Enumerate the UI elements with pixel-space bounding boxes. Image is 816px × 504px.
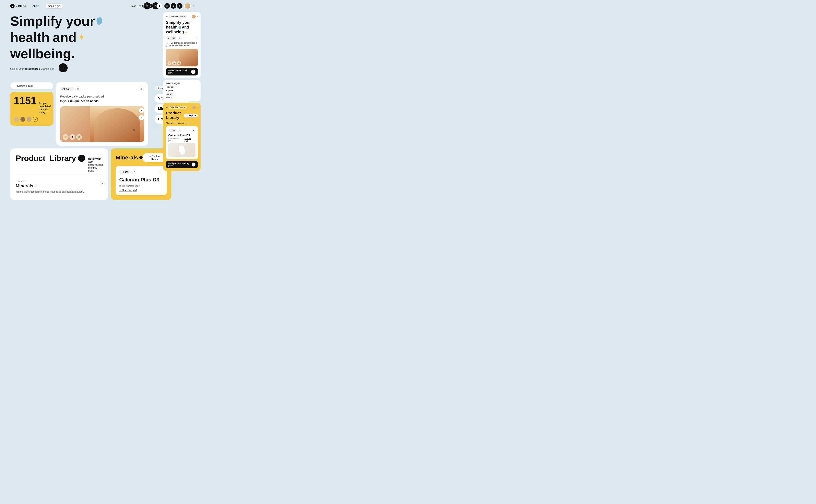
nav-items: Take The Quiz Product Explore Library Ab…: [166, 82, 198, 99]
mini-avatar-1: [14, 117, 19, 122]
threads-icon[interactable]: ◉: [171, 3, 176, 9]
product-subtitle-text: personalised monthly pack!: [88, 163, 103, 172]
yellow-panel-title: Product Library → Explore: [166, 111, 198, 120]
minerals-yellow-label: Minerals: [116, 155, 138, 161]
panel-leaf-icon[interactable]: 🌿: [177, 61, 181, 65]
panel-avatar-plus: +: [197, 16, 198, 17]
nav-item-quiz-label: Take The Quiz: [166, 82, 180, 85]
panel-nav-list: Take The Quiz Product Explore Library Ab…: [163, 80, 201, 101]
yellow-quiz-label: Take The Quiz: [170, 106, 183, 109]
card-tag-row: About 01 ⊘ +: [60, 86, 144, 92]
panel-about-sup: 01: [173, 37, 175, 39]
brand-logo[interactable]: v v.Blend: [10, 4, 26, 8]
nav-item-explore-label: Explore: [166, 89, 173, 92]
panel-hero-title: Simplify your health and wellbeing.✦: [166, 20, 198, 34]
right-panel: ≡ Take The Quiz ⊘ + Simplify your health…: [161, 10, 203, 173]
yellow-build-bold: monthly pack.: [168, 162, 189, 167]
card-plus-button[interactable]: +: [139, 86, 144, 92]
leaf-icon[interactable]: 🌿: [76, 134, 82, 140]
hero-subtitle-bold: personalized: [24, 67, 40, 70]
panel-quiz-label: Take The Quiz: [170, 16, 183, 18]
yellow-minerals-label: Minerals: [166, 122, 174, 124]
mini-avatar-2: [20, 117, 26, 122]
panel-quiz-button[interactable]: Take The Quiz ⊘: [169, 15, 187, 18]
panel-unlock-button[interactable]: →: [191, 70, 195, 74]
yellow-explore-label: Explore: [189, 114, 196, 117]
link-icon-button[interactable]: ⊘: [75, 86, 80, 91]
product-arrow-icon[interactable]: →: [78, 155, 85, 162]
panel-recycle-icon[interactable]: ♻: [172, 61, 176, 65]
yellow-panel-navbar: ≡ Take The Quiz ⊘ +: [166, 105, 198, 109]
panel-trophy-icon[interactable]: 🏆: [168, 61, 171, 65]
hero-title: Simplify your health and ✦ wellbeing.: [10, 14, 128, 61]
bottom-grid: Product Library → Build your own persona…: [10, 148, 171, 200]
minerals-yellow-header: Minerals → Explore library: [116, 153, 167, 162]
yc-link-icon[interactable]: ⊘: [178, 129, 181, 132]
nav-item-library-label: Library: [166, 93, 173, 95]
close-minerals-button[interactable]: ✕: [100, 181, 105, 186]
avatar-plus: +: [193, 5, 194, 7]
calcium-link-icon[interactable]: ⊘: [132, 170, 136, 174]
facebook-icon[interactable]: f: [177, 3, 182, 9]
panel-about-row: About 01 ⊘ +: [166, 36, 198, 40]
trophy-icon[interactable]: 🏆: [63, 134, 68, 140]
bones-tag: Bones: [119, 170, 131, 174]
start-quiz-link[interactable]: → Start the quiz!: [119, 189, 163, 192]
yellow-menu-icon[interactable]: ≡: [166, 106, 168, 109]
product-library-card: Product Library → Build your own persona…: [10, 148, 108, 200]
panel-menu-icon[interactable]: ≡: [166, 15, 168, 18]
yellow-quiz-button[interactable]: Take The Quiz ⊘: [169, 106, 187, 109]
more-users-button[interactable]: +: [33, 117, 38, 122]
share-button[interactable]: ⬆: [157, 3, 162, 9]
yc-plus-button[interactable]: +: [192, 129, 195, 132]
panel-image-icons: 🏆 ♻ 🌿: [168, 61, 181, 65]
instagram-icon[interactable]: ◎: [164, 3, 170, 9]
yc-quiz-link[interactable]: Start the quiz!: [185, 138, 196, 142]
nav-quiz-button[interactable]: Take The Quiz ⊘: [131, 4, 153, 8]
nav-item-library[interactable]: Library: [166, 93, 198, 95]
brand-name: v.Blend: [16, 4, 26, 8]
nav-item-product[interactable]: Product: [166, 86, 198, 88]
quiz-count-card: 1151 People completed the quiz today +: [10, 92, 53, 125]
yellow-tabs: Minerals Vitamins: [166, 122, 198, 124]
quiz-count-text: People completed the quiz today: [39, 102, 51, 114]
hero-subtitle: Unlock your personalized vitamin plan.: [10, 67, 55, 70]
yellow-explore-button[interactable]: → Explore: [184, 114, 198, 117]
panel-about-bold: unique health needs.: [170, 45, 190, 47]
product-subtitle-bold: Build your own: [88, 157, 101, 163]
nav-item-explore[interactable]: Explore: [166, 89, 198, 92]
nav-send-gift[interactable]: Send e-gift: [45, 3, 63, 9]
social-icons: ◎ ◉ f: [164, 3, 182, 9]
next-arrow[interactable]: ›: [139, 115, 144, 120]
panel-unlock-bold: personalized: [175, 70, 187, 72]
avatar[interactable]: [184, 3, 191, 9]
start-quiz-button[interactable]: → Start the quiz!: [10, 82, 53, 89]
recycle-icon[interactable]: ♻: [70, 134, 75, 140]
nav-quiz-label: Take The Quiz: [131, 5, 147, 7]
nav-about[interactable]: About: [30, 4, 41, 8]
panel-plus-button[interactable]: +: [194, 36, 198, 40]
calcium-tag-row: Bones ⊘ +: [119, 170, 163, 174]
panel-card-hero: ≡ Take The Quiz ⊘ + Simplify your health…: [163, 12, 201, 78]
pill-shape-icon: [178, 144, 186, 155]
yellow-calcium-card: Bones ⊘ + Calcium Plus D3 Is this right …: [166, 126, 198, 159]
nav-item-about[interactable]: About: [166, 96, 198, 99]
start-quiz-label: → Start the quiz!: [14, 84, 33, 87]
prev-arrow[interactable]: ‹: [139, 108, 144, 113]
nav-right: ⬆ ◎ ◉ f +: [157, 3, 194, 9]
panel-hero-image: 🏆 ♻ 🌿: [166, 49, 198, 66]
hero-arrow-button[interactable]: →: [59, 63, 68, 72]
panel-link-icon[interactable]: ⊘: [178, 36, 182, 40]
panel-about-tag: About 01: [166, 37, 177, 40]
panel-navbar: ≡ Take The Quiz ⊘ +: [166, 15, 198, 18]
about-description: Receive daily packs personalized to your…: [60, 94, 144, 103]
cursor-icon: ↖: [133, 128, 136, 132]
library-path: / Library 02: [16, 179, 103, 182]
hero-and-word: and: [53, 30, 76, 45]
yellow-tab-minerals[interactable]: Minerals: [166, 122, 176, 124]
yellow-bottom-button[interactable]: →: [192, 163, 195, 166]
minerals-description: Minerals are chemical elements required …: [16, 190, 103, 194]
nav-item-quiz[interactable]: Take The Quiz: [166, 82, 198, 85]
minerals-yellow-title: Minerals: [116, 155, 142, 161]
yellow-tab-vitamins[interactable]: Vitamins: [178, 122, 188, 124]
